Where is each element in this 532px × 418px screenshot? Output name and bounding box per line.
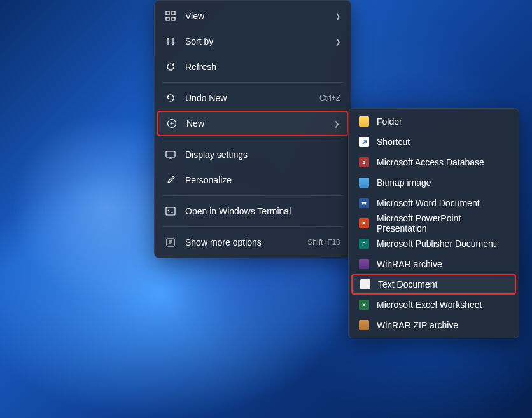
desktop-context-menu: View ❯ Sort by ❯ Refresh Undo New Ctrl+Z… <box>154 0 351 258</box>
menu-label: Personalize <box>185 175 340 185</box>
powerpoint-icon: P <box>359 218 369 228</box>
menu-label: Refresh <box>185 62 340 72</box>
new-powerpoint[interactable]: P Microsoft PowerPoint Presentation <box>351 213 516 233</box>
menu-label: Folder <box>377 116 508 127</box>
menu-label: Text Document <box>378 279 507 289</box>
new-shortcut[interactable]: Shortcut <box>351 132 516 152</box>
menu-label: Show more options <box>185 237 300 247</box>
plus-circle-icon <box>166 118 178 129</box>
rar-icon <box>359 259 369 269</box>
word-icon: W <box>359 198 369 208</box>
menu-refresh[interactable]: Refresh <box>157 54 348 80</box>
undo-icon <box>165 92 176 104</box>
zip-icon <box>359 320 369 330</box>
excel-icon: X <box>359 300 369 310</box>
new-text-document[interactable]: Text Document <box>351 274 516 295</box>
text-icon <box>360 279 370 289</box>
menu-separator <box>162 195 343 196</box>
new-rar[interactable]: WinRAR archive <box>351 254 516 274</box>
new-excel[interactable]: X Microsoft Excel Worksheet <box>351 295 516 315</box>
menu-label: Open in Windows Terminal <box>185 206 340 216</box>
new-publisher[interactable]: P Microsoft Publisher Document <box>351 233 516 254</box>
menu-label: Sort by <box>185 36 330 46</box>
chevron-right-icon: ❯ <box>335 13 340 20</box>
svg-rect-0 <box>166 11 169 15</box>
shortcut-icon <box>359 137 369 147</box>
menu-sort[interactable]: Sort by ❯ <box>157 29 348 54</box>
new-word[interactable]: W Microsoft Word Document <box>351 193 516 213</box>
menu-shortcut: Ctrl+Z <box>319 94 340 102</box>
brush-icon <box>165 174 176 186</box>
menu-label: Microsoft Access Database <box>377 157 508 167</box>
menu-label: Undo New <box>185 93 312 103</box>
display-icon <box>165 149 176 160</box>
new-bitmap[interactable]: Bitmap image <box>351 172 516 193</box>
more-icon <box>165 237 176 248</box>
svg-rect-5 <box>166 151 175 157</box>
svg-rect-3 <box>172 17 175 20</box>
access-icon: A <box>359 157 369 167</box>
new-zip[interactable]: WinRAR ZIP archive <box>351 315 516 335</box>
menu-label: Microsoft Word Document <box>377 198 508 208</box>
chevron-right-icon: ❯ <box>335 38 340 45</box>
new-folder[interactable]: Folder <box>351 111 516 132</box>
svg-rect-2 <box>166 17 169 20</box>
menu-label: Microsoft Excel Worksheet <box>377 300 508 310</box>
chevron-right-icon: ❯ <box>334 120 339 127</box>
menu-label: Microsoft Publisher Document <box>377 239 508 249</box>
menu-separator <box>162 82 343 83</box>
new-submenu: Folder Shortcut A Microsoft Access Datab… <box>348 108 519 338</box>
menu-label: WinRAR archive <box>377 259 508 269</box>
terminal-icon <box>165 206 176 217</box>
menu-separator <box>162 139 343 139</box>
menu-label: Microsoft PowerPoint Presentation <box>377 213 508 233</box>
menu-label: Shortcut <box>377 137 508 147</box>
menu-personalize[interactable]: Personalize <box>157 167 348 193</box>
grid-icon <box>165 10 176 22</box>
menu-terminal[interactable]: Open in Windows Terminal <box>157 199 348 224</box>
sort-icon <box>165 36 176 47</box>
refresh-icon <box>165 61 176 73</box>
menu-label: WinRAR ZIP archive <box>377 320 508 330</box>
menu-label: New <box>186 118 329 129</box>
new-access[interactable]: A Microsoft Access Database <box>351 152 516 172</box>
menu-new[interactable]: New ❯ <box>157 111 348 136</box>
menu-label: Display settings <box>185 150 340 160</box>
menu-more-options[interactable]: Show more options Shift+F10 <box>157 230 348 255</box>
menu-view[interactable]: View ❯ <box>157 3 348 29</box>
folder-icon <box>359 116 369 127</box>
menu-label: View <box>185 11 330 21</box>
publisher-icon: P <box>359 239 369 249</box>
svg-rect-1 <box>172 11 175 15</box>
menu-label: Bitmap image <box>377 178 508 188</box>
menu-undo[interactable]: Undo New Ctrl+Z <box>157 85 348 111</box>
bitmap-icon <box>359 178 369 188</box>
menu-shortcut: Shift+F10 <box>307 238 340 247</box>
menu-separator <box>162 226 343 227</box>
menu-display-settings[interactable]: Display settings <box>157 142 348 167</box>
svg-rect-6 <box>166 207 175 215</box>
